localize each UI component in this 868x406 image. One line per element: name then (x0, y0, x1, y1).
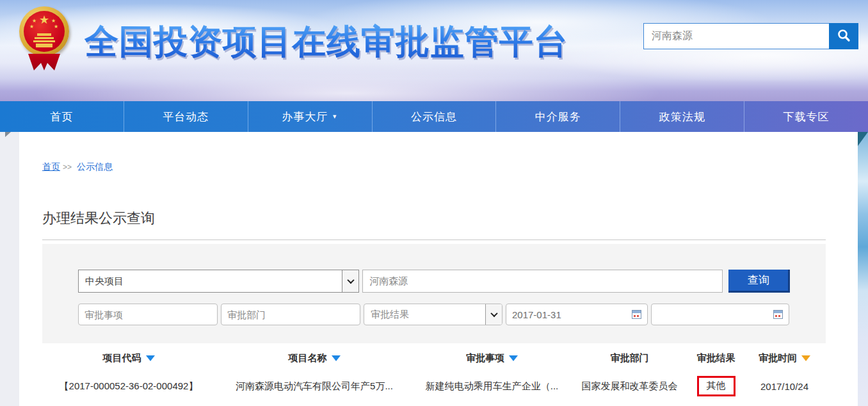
approval-dept-input[interactable] (227, 309, 354, 320)
calendar-icon[interactable] (632, 310, 641, 319)
breadcrumb: 首页>> 公示信息 (42, 132, 826, 173)
breadcrumb-home-link[interactable]: 首页 (42, 161, 60, 172)
national-emblem-logo: ★ ★★★★ (19, 6, 69, 76)
project-scope-select[interactable]: 中央项目 (78, 270, 359, 293)
cell-project-code: 【2017-000052-36-02-000492】 (42, 380, 215, 393)
query-button[interactable]: 查询 (728, 270, 790, 293)
nav-item-home[interactable]: 首页 (0, 101, 124, 132)
cell-approval-result: 其他 (689, 376, 743, 396)
approval-dept-field[interactable] (221, 304, 360, 325)
approval-result-value: 审批结果 (364, 304, 485, 325)
site-title: 全国投资项目在线审批监管平台 (84, 19, 597, 65)
sort-desc-icon[interactable] (509, 355, 518, 361)
breadcrumb-separator: >> (63, 163, 72, 172)
nav-item-policies[interactable]: 政策法规 (620, 101, 744, 132)
approval-result-select[interactable]: 审批结果 (364, 304, 502, 325)
tiananmen-icon (33, 33, 55, 47)
site-header: ★ ★★★★ 全国投资项目在线审批监管平台 (0, 0, 868, 101)
approval-item-field[interactable] (78, 304, 218, 325)
chevron-down-icon: ▼ (332, 113, 338, 120)
header-search (643, 23, 858, 49)
cell-approval-time: 2017/10/24 (743, 381, 826, 392)
keyword-input[interactable] (362, 270, 723, 293)
date-to-field[interactable] (651, 304, 789, 325)
page-curl-decoration-left (5, 132, 11, 137)
search-icon (836, 28, 851, 45)
page-title: 办理结果公示查询 (42, 209, 826, 228)
nav-item-service-hall[interactable]: 办事大厅 ▼ (248, 101, 372, 132)
filter-panel: 中央项目 查询 审批结果 2017-01-31 (42, 244, 826, 343)
table-row[interactable]: 【2017-000052-36-02-000492】 河南森源电动汽车有限公司年… (42, 376, 826, 396)
sort-desc-icon[interactable] (801, 355, 810, 361)
cell-project-name[interactable]: 河南森源电动汽车有限公司年产5万... (215, 380, 414, 393)
background-strip-right (858, 132, 868, 406)
header-search-button[interactable] (829, 23, 858, 49)
sort-desc-icon[interactable] (332, 355, 341, 361)
cell-approval-dept: 国家发展和改革委员会 (570, 380, 689, 393)
header-search-input[interactable] (643, 23, 829, 49)
page-body: 首页>> 公示信息 办理结果公示查询 中央项目 查询 (0, 132, 868, 406)
page-curl-decoration-right (858, 132, 868, 146)
main-nav: 首页 平台动态 办事大厅 ▼ 公示信息 中介服务 政策法规 下载专区 (0, 101, 868, 132)
result-highlight-box: 其他 (697, 376, 735, 396)
column-header-project-name[interactable]: 项目名称 (215, 352, 414, 364)
nav-item-public-info[interactable]: 公示信息 (372, 101, 496, 132)
content-panel: 首页>> 公示信息 办理结果公示查询 中央项目 查询 (19, 132, 858, 406)
nav-item-intermediary-service[interactable]: 中介服务 (495, 101, 620, 132)
column-header-approval-time[interactable]: 审批时间 (743, 352, 826, 364)
column-header-project-code[interactable]: 项目代码 (42, 352, 215, 364)
sort-desc-icon[interactable] (146, 355, 155, 361)
nav-item-platform-news[interactable]: 平台动态 (124, 101, 248, 132)
date-from-field[interactable]: 2017-01-31 (506, 304, 648, 325)
results-table-header: 项目代码 项目名称 审批事项 审批部门 审批结果 审批时间 (42, 352, 826, 364)
column-header-approval-dept: 审批部门 (570, 352, 689, 364)
nav-item-downloads[interactable]: 下载专区 (744, 101, 868, 132)
cell-approval-item: 新建纯电动乘用车生产企业（... (414, 380, 570, 393)
column-header-approval-item[interactable]: 审批事项 (414, 352, 570, 364)
approval-item-input[interactable] (84, 309, 211, 320)
select-arrow-icon (342, 270, 358, 292)
title-divider (42, 240, 826, 240)
project-scope-value: 中央项目 (79, 270, 342, 292)
calendar-icon[interactable] (773, 310, 783, 319)
emblem-star-icon: ★ (39, 14, 49, 26)
column-header-approval-result: 审批结果 (689, 352, 743, 364)
breadcrumb-current-link[interactable]: 公示信息 (77, 161, 113, 172)
select-arrow-icon (485, 304, 502, 325)
date-from-value: 2017-01-31 (512, 309, 561, 320)
